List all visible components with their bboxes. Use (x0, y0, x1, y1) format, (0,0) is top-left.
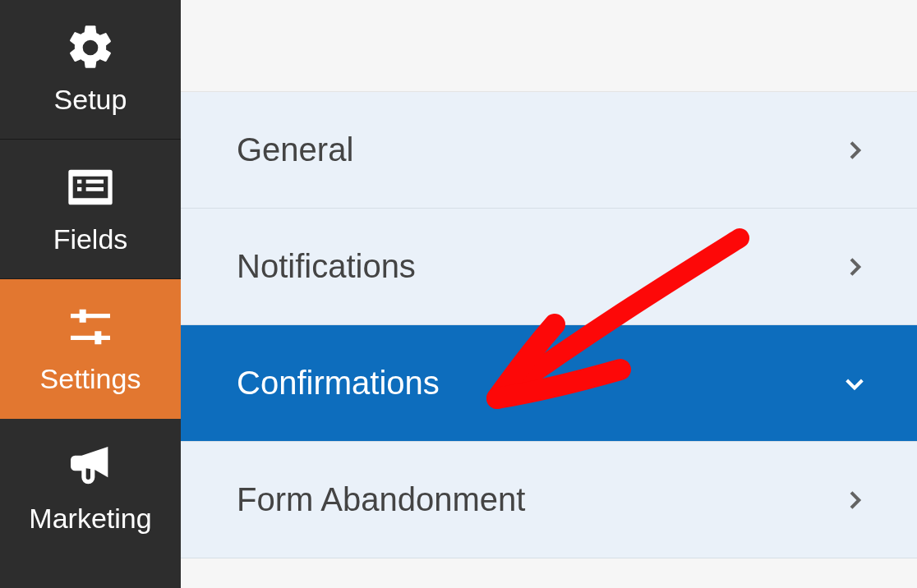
chevron-down-icon (841, 370, 868, 397)
settings-list: General Notifications Confirmations Form… (181, 92, 917, 588)
settings-row-general[interactable]: General (181, 92, 917, 209)
sidebar-item-label: Setup (54, 84, 127, 116)
settings-row-form-abandonment[interactable]: Form Abandonment (181, 442, 917, 558)
sidebar-item-marketing[interactable]: Marketing (0, 419, 181, 558)
sidebar-item-setup[interactable]: Setup (0, 0, 181, 140)
list-icon (64, 163, 117, 212)
settings-row-notifications[interactable]: Notifications (181, 209, 917, 325)
app-layout: Setup Fields Settings Marketing Gene (0, 0, 917, 588)
sidebar-item-label: Fields (53, 223, 128, 255)
sidebar-item-label: Settings (40, 363, 141, 395)
sliders-icon (64, 302, 117, 351)
settings-row-label: Confirmations (237, 365, 440, 402)
sidebar-item-label: Marketing (29, 503, 151, 535)
settings-row-label: Form Abandonment (237, 481, 525, 518)
chevron-right-icon (841, 137, 868, 163)
bullhorn-icon (64, 442, 117, 491)
gear-icon (64, 23, 117, 72)
sidebar-item-settings[interactable]: Settings (0, 279, 181, 419)
settings-row-confirmations[interactable]: Confirmations (181, 325, 917, 442)
sidebar: Setup Fields Settings Marketing (0, 0, 181, 588)
settings-row-label: Notifications (237, 248, 416, 285)
settings-row-label: General (237, 131, 353, 168)
main-panel: General Notifications Confirmations Form… (181, 0, 917, 588)
topbar (181, 0, 917, 92)
chevron-right-icon (841, 254, 868, 280)
chevron-right-icon (841, 487, 868, 513)
sidebar-item-fields[interactable]: Fields (0, 140, 181, 279)
